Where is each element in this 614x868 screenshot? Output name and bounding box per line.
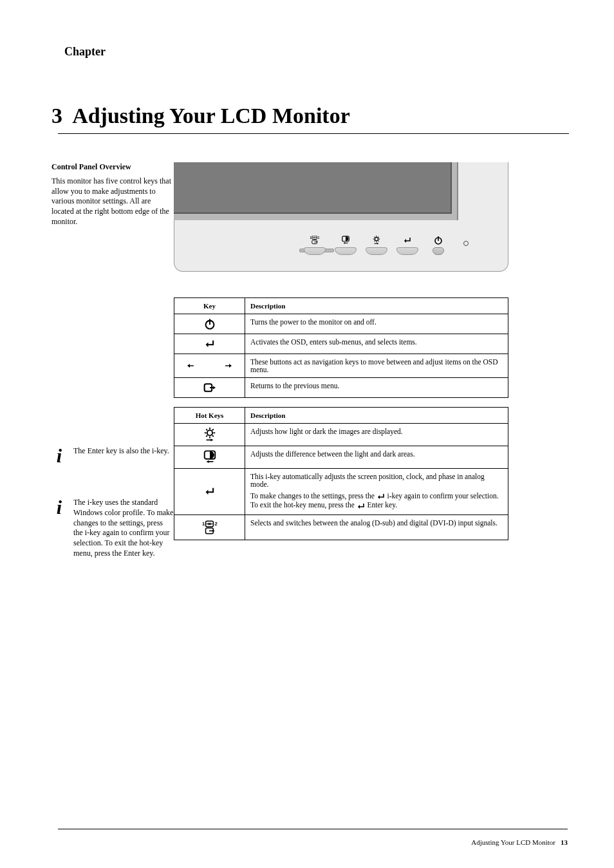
enter-icon — [204, 486, 216, 497]
footer-divider — [58, 829, 568, 829]
table-row: These buttons act as navigation keys to … — [174, 354, 508, 378]
brightness-icon — [203, 428, 216, 442]
power-button[interactable] — [433, 247, 444, 255]
table-row: Turns the power to the monitor on and of… — [174, 314, 508, 334]
table-row: Adjusts the difference between the light… — [174, 446, 508, 469]
brightness-icon — [372, 236, 381, 245]
power-icon — [204, 318, 216, 330]
input-source-button[interactable] — [304, 247, 326, 255]
table-row: Returns to the previous menu. — [174, 378, 508, 398]
enter-icon — [403, 236, 412, 245]
table-row: Selects and switches between the analog … — [174, 514, 508, 540]
table-header-desc: Description — [245, 408, 508, 424]
chapter-label: Chapter — [64, 45, 563, 59]
contrast-button[interactable] — [335, 247, 357, 255]
page-title: 3 Adjusting Your LCD Monitor — [51, 104, 563, 128]
table-row: This i-key automatically adjusts the scr… — [174, 469, 508, 515]
led-indicator — [463, 241, 469, 246]
page-footer: Adjusting Your LCD Monitor 13 — [471, 838, 568, 846]
table-header-hotkeys: Hot Keys — [174, 408, 245, 424]
left-arrow-icon — [185, 361, 196, 370]
hotkeys-table: Hot Keys Description Adjusts how light o… — [174, 407, 508, 540]
info-note-1: i The Enter key is also the i-key. — [51, 446, 174, 466]
table-row: Activates the OSD, enters sub-menus, and… — [174, 334, 508, 354]
table-header-desc: Description — [245, 298, 508, 314]
enter-button[interactable] — [396, 247, 418, 255]
info-icon: i — [51, 446, 67, 466]
input-source-icon — [201, 519, 218, 536]
contrast-icon — [341, 236, 350, 245]
title-divider — [58, 133, 569, 134]
section-heading: Control Panel Overview — [51, 162, 174, 173]
power-icon — [434, 236, 443, 245]
info-icon: i — [51, 498, 67, 517]
monitor-illustration — [174, 162, 508, 272]
enter-icon — [204, 338, 216, 350]
enter-icon — [377, 492, 386, 501]
enter-icon — [357, 502, 366, 511]
right-arrow-icon — [223, 361, 234, 370]
input-source-icon — [310, 236, 319, 245]
brightness-button[interactable] — [366, 247, 387, 255]
contrast-icon — [203, 450, 216, 464]
keys-table: Key Description Turns the power to the m… — [174, 297, 508, 398]
info-note-2: i The i-key uses the standard Windows co… — [51, 498, 174, 559]
table-header-key: Key — [174, 298, 245, 314]
exit-icon — [203, 382, 217, 393]
section-body: This monitor has five control keys that … — [51, 176, 174, 227]
table-row: Adjusts how light or dark the images are… — [174, 424, 508, 446]
